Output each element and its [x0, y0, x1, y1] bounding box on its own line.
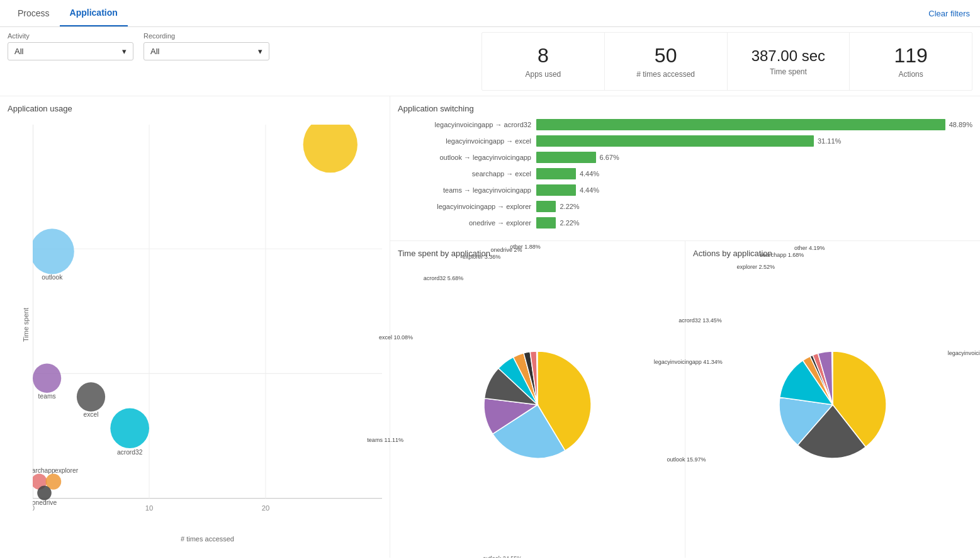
actions-value: 119	[894, 44, 927, 67]
bubble-label-acrord32: acrord32	[117, 449, 143, 456]
bar-fill	[536, 184, 576, 196]
activity-chevron-icon: ▾	[122, 47, 127, 56]
bar-pct: 31.11%	[818, 137, 841, 145]
bar-pct: 48.89%	[949, 121, 972, 128]
app-switching-section: Application switching legacyinvoicingapp…	[390, 96, 980, 241]
pie-label: acrord32 5.68%	[424, 275, 464, 281]
bar-pct: 4.44%	[580, 170, 599, 178]
bubble-label-explorer: explorer	[55, 467, 79, 474]
stat-actions: 119 Actions	[849, 33, 972, 90]
switching-bar-row: legacyinvoicingapp → excel 31.11%	[398, 135, 972, 147]
bar-fill	[536, 152, 596, 163]
bar-fill	[536, 217, 556, 229]
y-axis-label: Time spent	[22, 308, 30, 342]
activity-select[interactable]: All ▾	[8, 42, 133, 60]
stat-times-accessed: 50 # times accessed	[604, 33, 727, 90]
bar-label: teams → legacyinvoicingapp	[398, 186, 536, 194]
bubble-label-outlook: outlook	[42, 274, 63, 281]
bubble-label-searchapp: searchapp	[33, 467, 55, 474]
bar-pct: 2.22%	[560, 219, 579, 227]
bar-pct: 4.44%	[580, 186, 599, 194]
bar-container: 2.22%	[536, 217, 972, 229]
actions-label: Actions	[898, 70, 923, 79]
tab-process[interactable]: Process	[8, 1, 60, 26]
time-spent-title: Time spent by application	[398, 249, 677, 258]
recording-filter-group: Recording All ▾	[144, 32, 269, 60]
bubble-legacyinvoicingapp	[303, 125, 358, 172]
clear-filters-button[interactable]: Clear filters	[928, 9, 970, 18]
switching-bar-row: legacyinvoicingapp → explorer 2.22%	[398, 200, 972, 213]
pie-label: outlook 24.55%	[483, 555, 522, 558]
bar-container: 2.22%	[536, 200, 972, 213]
bar-pct: 6.67%	[600, 154, 619, 161]
switching-bar-row: onedrive → explorer 2.22%	[398, 217, 972, 229]
bar-label: onedrive → explorer	[398, 219, 536, 227]
apps-used-label: Apps used	[526, 70, 561, 79]
actions-by-app-section: Actions by application legacyinvoicingap…	[685, 241, 980, 558]
bubble-acrord32	[110, 409, 149, 449]
bubble-teams	[33, 363, 61, 393]
bubble-outlook	[33, 229, 74, 274]
activity-value: All	[14, 47, 23, 56]
actions-by-app-title: Actions by application	[693, 249, 972, 258]
left-panel: Application usage Time spent 0 50 100 15…	[0, 96, 390, 558]
bar-label: legacyinvoicingapp → excel	[398, 137, 536, 145]
bar-label: legacyinvoicingapp → explorer	[398, 203, 536, 210]
bottom-row: Time spent by application legacyinvoicin…	[390, 241, 980, 558]
switching-bars-container: legacyinvoicingapp → acrord32 48.89% leg…	[398, 118, 972, 229]
bubble-excel	[77, 382, 105, 412]
time-spent-value: 387.00 sec	[752, 47, 825, 65]
recording-label: Recording	[144, 32, 269, 40]
activity-filter-group: Activity All ▾	[8, 32, 133, 60]
tabs-bar: Process Application Clear filters	[0, 0, 980, 27]
pie-label: acrord32 13.45%	[679, 317, 722, 324]
bubble-chart-svg: 0 50 100 150 0 10 20 legacyinvoicingapp …	[33, 125, 382, 525]
x-axis-label: # times accessed	[181, 535, 234, 543]
filters-row: Activity All ▾ Recording All ▾ 8 Apps us…	[0, 27, 980, 96]
bar-label: outlook → legacyinvoicingapp	[398, 154, 536, 161]
time-spent-section: Time spent by application legacyinvoicin…	[390, 241, 685, 558]
stat-time-spent: 387.00 sec Time spent	[727, 33, 850, 90]
switching-bar-row: legacyinvoicingapp → acrord32 48.89%	[398, 118, 972, 131]
tab-application[interactable]: Application	[60, 0, 128, 26]
apps-used-value: 8	[538, 44, 549, 67]
svg-text:20: 20	[262, 504, 270, 512]
bubble-label-teams: teams	[38, 392, 56, 399]
bubble-onedrive	[37, 485, 52, 500]
recording-select[interactable]: All ▾	[144, 42, 269, 60]
bar-container: 48.89%	[536, 118, 972, 131]
bubble-label-excel: excel	[84, 411, 99, 418]
right-panel: Application switching legacyinvoicingapp…	[390, 96, 980, 558]
actions-by-app-pie	[763, 336, 902, 474]
app-usage-title: Application usage	[8, 104, 382, 113]
main-content: Application usage Time spent 0 50 100 15…	[0, 96, 980, 558]
bar-label: searchapp → excel	[398, 170, 536, 178]
bar-fill	[536, 168, 576, 179]
times-accessed-label: # times accessed	[636, 70, 695, 79]
bar-fill	[536, 201, 556, 212]
stat-apps-used: 8 Apps used	[482, 33, 604, 90]
app-switching-title: Application switching	[398, 104, 972, 113]
time-spent-pie	[468, 336, 607, 474]
bar-pct: 2.22%	[560, 203, 579, 210]
switching-bar-row: teams → legacyinvoicingapp 4.44%	[398, 184, 972, 196]
bar-container: 4.44%	[536, 184, 972, 196]
bar-label: legacyinvoicingapp → acrord32	[398, 121, 536, 128]
bar-container: 4.44%	[536, 167, 972, 180]
bar-container: 31.11%	[536, 135, 972, 147]
times-accessed-value: 50	[655, 44, 677, 67]
pie-label: legacyinvoicingapp 39.5%	[948, 350, 980, 356]
bar-fill	[536, 119, 945, 130]
activity-label: Activity	[8, 32, 133, 40]
bar-fill	[536, 135, 814, 147]
bar-container: 6.67%	[536, 151, 972, 164]
recording-value: All	[150, 47, 159, 56]
recording-chevron-icon: ▾	[258, 47, 262, 56]
switching-bar-row: searchapp → excel 4.44%	[398, 167, 972, 180]
switching-bar-row: outlook → legacyinvoicingapp 6.67%	[398, 151, 972, 164]
pie-label: explorer 2.52%	[736, 264, 775, 270]
svg-text:10: 10	[145, 504, 154, 512]
time-spent-label: Time spent	[770, 67, 807, 76]
bubble-label-onedrive: onedrive	[33, 499, 57, 506]
